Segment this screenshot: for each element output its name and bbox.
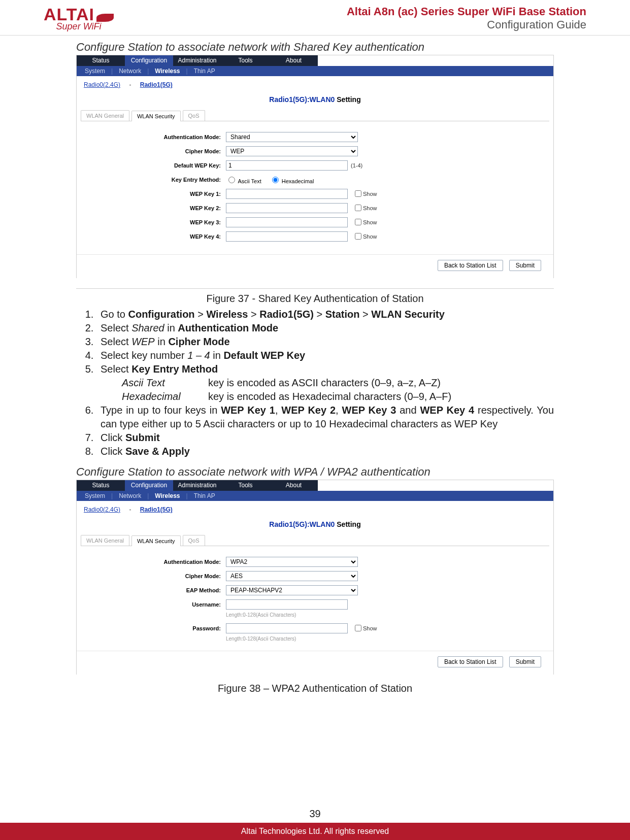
select-auth-mode-2[interactable]: WPA2: [226, 557, 358, 567]
tab-administration-2[interactable]: Administration: [173, 480, 221, 491]
input-wep-key-4[interactable]: [226, 231, 348, 242]
subnav-wireless[interactable]: Wireless: [152, 68, 183, 75]
subnav-network-2[interactable]: Network: [116, 492, 144, 499]
input-wep-key-3[interactable]: [226, 217, 348, 227]
innertab-security[interactable]: WLAN Security: [131, 111, 181, 121]
select-eap-method[interactable]: PEAP-MSCHAPV2: [226, 585, 358, 595]
hint-password: Length:0-128(Ascii Characters): [226, 636, 546, 642]
label-username: Username:: [84, 601, 226, 608]
def-hex-val: key is encoded as Hexadecimal characters…: [208, 390, 451, 404]
subnav-wireless-2[interactable]: Wireless: [152, 492, 183, 499]
doc-title-2: Configuration Guide: [347, 18, 586, 31]
ui-panel-shared-key: Status Configuration Administration Tool…: [76, 55, 554, 278]
label-password: Password:: [84, 625, 226, 631]
radio-hex[interactable]: Hexadecimal: [270, 175, 314, 184]
sheet-title-2: Radio1(5G):WLAN0 Setting: [77, 520, 553, 528]
form-shared: Authentication Mode:Shared Cipher Mode:W…: [77, 121, 553, 251]
innertab-qos-2[interactable]: QoS: [183, 535, 205, 546]
innertab-security-2[interactable]: WLAN Security: [131, 535, 181, 546]
radio-ascii[interactable]: Ascii Text: [226, 175, 261, 184]
label-cipher-2: Cipher Mode:: [84, 573, 226, 579]
checkbox-show-2[interactable]: Show: [353, 203, 377, 213]
label-wep2: WEP Key 2:: [84, 205, 226, 211]
label-auth-2: Authentication Mode:: [84, 559, 226, 565]
tab-administration[interactable]: Administration: [173, 55, 221, 66]
back-button-2[interactable]: Back to Station List: [438, 656, 503, 667]
def-ascii-key: Ascii Text: [122, 376, 208, 390]
innertab-general[interactable]: WLAN General: [81, 110, 129, 121]
step-5: Select Key Entry Method Ascii Textkey is…: [96, 362, 554, 404]
tab-configuration-2[interactable]: Configuration: [125, 480, 173, 491]
select-cipher-mode-2[interactable]: AES: [226, 571, 358, 581]
tab-about-2[interactable]: About: [270, 480, 318, 491]
link-radio0[interactable]: Radio0(2.4G): [84, 81, 120, 88]
page-footer: 39 Altai Technologies Ltd. All rights re…: [0, 808, 630, 840]
logo-subtitle: Super WiFi: [56, 22, 102, 31]
input-username[interactable]: [226, 599, 348, 610]
page-header: ALTAI Super WiFi Altai A8n (ac) Series S…: [0, 0, 630, 36]
input-default-wep-key[interactable]: [226, 160, 348, 171]
innertab-qos[interactable]: QoS: [183, 110, 205, 121]
section-1-title: Configure Station to associate network w…: [76, 41, 554, 54]
step-7: Click Submit: [96, 431, 554, 445]
hint-username: Length:0-128(Ascii Characters): [226, 612, 546, 618]
tab-configuration[interactable]: Configuration: [125, 55, 173, 66]
subnav-system-2[interactable]: System: [82, 492, 108, 499]
radio-links: Radio0(2.4G) - Radio1(5G): [77, 76, 553, 92]
checkbox-show-4[interactable]: Show: [353, 231, 377, 241]
doc-title-block: Altai A8n (ac) Series Super WiFi Base St…: [347, 5, 586, 32]
inner-tabs: WLAN General WLAN Security QoS: [81, 109, 549, 121]
form-wpa2: Authentication Mode:WPA2 Cipher Mode:AES…: [77, 546, 553, 648]
submit-button-2[interactable]: Submit: [509, 656, 541, 667]
label-keymethod: Key Entry Method:: [84, 177, 226, 183]
tab-status-2[interactable]: Status: [77, 480, 125, 491]
input-wep-key-1[interactable]: [226, 189, 348, 199]
step-1: Go to Configuration > Wireless > Radio1(…: [96, 308, 554, 321]
input-wep-key-2[interactable]: [226, 203, 348, 213]
subnav: System| Network| Wireless| Thin AP: [77, 66, 553, 76]
checkbox-show-pass[interactable]: Show: [353, 623, 377, 633]
select-auth-mode[interactable]: Shared: [226, 132, 358, 142]
subnav-thinap-2[interactable]: Thin AP: [191, 492, 218, 499]
logo-swoosh-icon: [96, 14, 114, 22]
figure-38-caption: Figure 38 – WPA2 Authentication of Stati…: [76, 683, 554, 694]
input-password[interactable]: [226, 623, 348, 633]
steps-list-1: Go to Configuration > Wireless > Radio1(…: [76, 308, 554, 458]
logo: ALTAI Super WiFi: [44, 6, 114, 31]
innertab-general-2[interactable]: WLAN General: [81, 535, 129, 546]
subnav-network[interactable]: Network: [116, 68, 144, 75]
footer-bar: Altai Technologies Ltd. All rights reser…: [0, 823, 630, 840]
label-wep4: WEP Key 4:: [84, 233, 226, 240]
link-radio1[interactable]: Radio1(5G): [140, 81, 173, 88]
back-button[interactable]: Back to Station List: [438, 260, 503, 271]
tab-tools-2[interactable]: Tools: [221, 480, 270, 491]
figure-37-caption: Figure 37 - Shared Key Authentication of…: [76, 293, 554, 305]
subnav-thinap[interactable]: Thin AP: [191, 68, 218, 75]
sheet-title: Radio1(5G):WLAN0 Setting: [77, 95, 553, 104]
step-8: Click Save & Apply: [96, 445, 554, 458]
link-radio1-2[interactable]: Radio1(5G): [140, 506, 173, 513]
nav-tabs: Status Configuration Administration Tool…: [77, 55, 553, 66]
select-cipher-mode[interactable]: WEP: [226, 146, 358, 156]
step-3: Select WEP in Cipher Mode: [96, 335, 554, 349]
label-defkey: Default WEP Key:: [84, 162, 226, 169]
step-2: Select Shared in Authentication Mode: [96, 321, 554, 335]
button-row: Back to Station List Submit: [77, 254, 553, 278]
checkbox-show-1[interactable]: Show: [353, 189, 377, 198]
page-number: 39: [0, 808, 630, 820]
label-cipher: Cipher Mode:: [84, 148, 226, 154]
tab-tools[interactable]: Tools: [221, 55, 270, 66]
section-2-title: Configure Station to associate network w…: [76, 465, 554, 479]
tab-about[interactable]: About: [270, 55, 318, 66]
label-wep3: WEP Key 3:: [84, 219, 226, 225]
checkbox-show-3[interactable]: Show: [353, 217, 377, 227]
tab-status[interactable]: Status: [77, 55, 125, 66]
subnav-system[interactable]: System: [82, 68, 108, 75]
def-ascii-val: key is encoded as ASCII characters (0–9,…: [208, 376, 441, 390]
link-radio0-2[interactable]: Radio0(2.4G): [84, 506, 120, 513]
def-hex-key: Hexadecimal: [122, 390, 208, 404]
submit-button[interactable]: Submit: [509, 260, 541, 271]
step-4: Select key number 1 – 4 in Default WEP K…: [96, 349, 554, 362]
label-wep1: WEP Key 1:: [84, 191, 226, 197]
hint-1-4: (1-4): [351, 162, 362, 169]
